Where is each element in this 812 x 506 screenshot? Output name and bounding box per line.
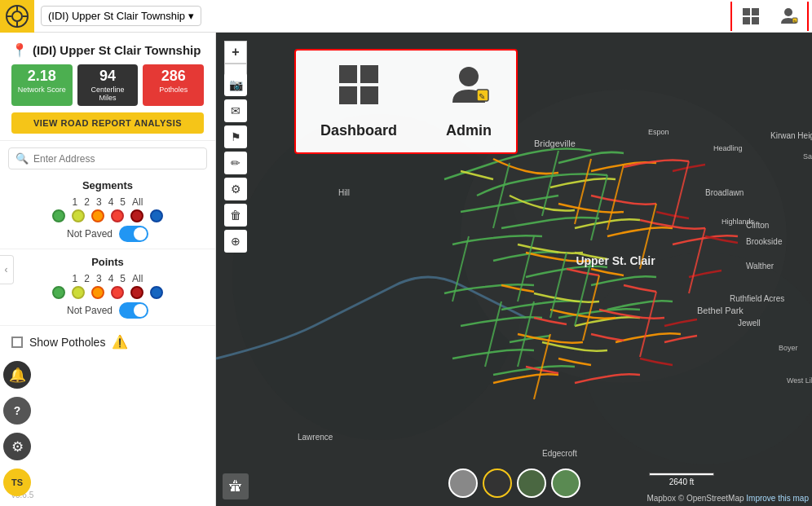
basemap-switcher [448, 469, 580, 498]
svg-rect-38 [339, 86, 357, 104]
basemap-dark-btn[interactable] [483, 469, 512, 498]
svg-text:Bridgeville: Bridgeville [534, 139, 576, 148]
svg-text:Hill: Hill [338, 188, 350, 197]
search-box[interactable]: 🔍 [8, 147, 207, 169]
sidebar-title: 📍 (IDI) Upper St Clair Township [11, 42, 204, 58]
scale-label: 2640 ft [669, 477, 695, 486]
admin-nav-item[interactable]: ✎ Admin [446, 64, 492, 139]
top-bar: (IDI) Upper St Clair Township ▾ ✎ [0, 0, 812, 33]
point-dot-3[interactable] [91, 286, 104, 299]
improve-map-link[interactable]: Improve this map [746, 494, 809, 503]
svg-text:Upper St. Clair: Upper St. Clair [576, 254, 655, 267]
camera-tool-btn[interactable]: 📷 [224, 73, 247, 96]
segment-dot-3[interactable] [91, 209, 104, 222]
svg-rect-9 [752, 17, 759, 24]
basemap-gray-btn[interactable] [448, 469, 478, 498]
point-dot-1[interactable] [52, 286, 65, 299]
segments-nums: 1 2 3 4 5 All [11, 196, 204, 208]
nav-tooltip: Dashboard ✎ Admin [294, 49, 518, 154]
user-avatar-btn[interactable]: TS [3, 469, 31, 496]
svg-rect-7 [752, 8, 759, 15]
svg-text:Ruthfield Acres: Ruthfield Acres [730, 294, 784, 303]
map-attribution: Mapbox © OpenStreetMap Improve this map [647, 494, 809, 503]
admin-nav-label: Admin [446, 122, 492, 139]
svg-point-40 [459, 67, 479, 86]
bell-icon-btn[interactable]: 🔔 [3, 361, 31, 389]
svg-text:✎: ✎ [479, 92, 485, 101]
points-nums: 1 2 3 4 5 All [11, 273, 204, 284]
sidebar-strip: 🔔 ? ⚙ TS [0, 33, 34, 506]
point-dot-4[interactable] [111, 286, 124, 299]
help-icon-btn[interactable]: ? [3, 397, 31, 425]
svg-text:Kirwan Heights: Kirwan Heights [770, 131, 812, 140]
svg-text:West Library: West Library [787, 376, 812, 385]
dashboard-nav-item[interactable]: Dashboard [320, 64, 397, 139]
point-dot-all[interactable] [150, 286, 163, 299]
top-bar-action-group: ✎ [730, 2, 809, 31]
segment-dot-2[interactable] [72, 209, 85, 222]
settings-tool-btn[interactable]: ⚙ [224, 178, 247, 200]
segment-dot-5[interactable] [130, 209, 143, 222]
view-report-btn[interactable]: VIEW ROAD REPORT ANALYSIS [11, 112, 204, 134]
stats-row: 2.18 Network Score 94 Centerline Miles 2… [11, 64, 204, 106]
segments-not-paved-toggle[interactable] [119, 226, 148, 242]
svg-text:Walther: Walther [746, 262, 774, 271]
points-not-paved-row: Not Paved [11, 302, 204, 319]
basemap-satellite-btn[interactable] [517, 469, 546, 498]
dashboard-grid-icon [338, 64, 380, 116]
svg-text:Edgecroft: Edgecroft [542, 449, 577, 458]
svg-rect-36 [339, 65, 357, 83]
point-dot-2[interactable] [72, 286, 85, 299]
svg-rect-37 [360, 65, 378, 83]
segments-not-paved-row: Not Paved [11, 226, 204, 242]
point-dot-5[interactable] [130, 286, 143, 299]
svg-text:Brookside: Brookside [746, 237, 783, 246]
segment-dot-1[interactable] [52, 209, 65, 222]
roads-tool-btn[interactable]: 🛣 [223, 473, 249, 499]
map-scale-bar: 2640 ft [649, 473, 714, 486]
centerline-miles-stat: 94 Centerline Miles [77, 64, 139, 106]
zoom-in-btn[interactable]: + [224, 41, 247, 64]
svg-text:Broadlawn: Broadlawn [705, 188, 744, 197]
search-input[interactable] [33, 153, 200, 165]
area-selector[interactable]: (IDI) Upper St Clair Township ▾ [41, 6, 201, 26]
points-legend [11, 286, 204, 299]
svg-rect-39 [360, 86, 378, 104]
segments-title: Segments [11, 179, 204, 191]
scale-line [649, 473, 714, 476]
compass-tool-btn[interactable]: ⊕ [224, 230, 247, 253]
points-not-paved-toggle[interactable] [119, 302, 148, 319]
svg-rect-8 [743, 17, 750, 24]
pencil-tool-btn[interactable]: ✏ [224, 152, 247, 174]
svg-text:✎: ✎ [793, 20, 797, 24]
segment-dot-4[interactable] [111, 209, 124, 222]
admin-user-icon: ✎ [448, 64, 490, 116]
svg-text:Boyer: Boyer [779, 344, 798, 352]
points-title: Points [11, 256, 204, 268]
svg-text:Bethel Park: Bethel Park [697, 306, 744, 315]
svg-text:Salida: Salida [803, 152, 812, 161]
segment-dot-all[interactable] [150, 209, 163, 222]
svg-text:Lawrence: Lawrence [298, 433, 333, 442]
user-initials: TS [11, 477, 23, 487]
svg-text:Espon: Espon [648, 128, 669, 136]
segments-legend [11, 209, 204, 222]
dashboard-icon-btn[interactable] [732, 2, 770, 31]
basemap-green-btn[interactable] [551, 469, 580, 498]
svg-text:Jewell: Jewell [738, 319, 761, 328]
dashboard-nav-label: Dashboard [320, 122, 397, 139]
warning-icon: ⚠️ [112, 334, 128, 350]
area-selector-text: (IDI) Upper St Clair Township [48, 10, 185, 22]
svg-rect-6 [743, 8, 750, 15]
app-logo [0, 0, 34, 33]
potholes-stat: 286 Potholes [143, 64, 204, 106]
chevron-down-icon: ▾ [188, 10, 194, 22]
admin-icon-btn[interactable]: ✎ [770, 2, 807, 31]
settings-icon-btn[interactable]: ⚙ [3, 433, 31, 460]
flag-tool-btn[interactable]: ⚑ [224, 125, 247, 148]
mail-tool-btn[interactable]: ✉ [224, 99, 247, 122]
svg-point-10 [784, 8, 792, 16]
gear-icon: ⚙ [11, 438, 24, 455]
trash-tool-btn[interactable]: 🗑 [224, 204, 247, 227]
question-icon: ? [14, 404, 21, 417]
